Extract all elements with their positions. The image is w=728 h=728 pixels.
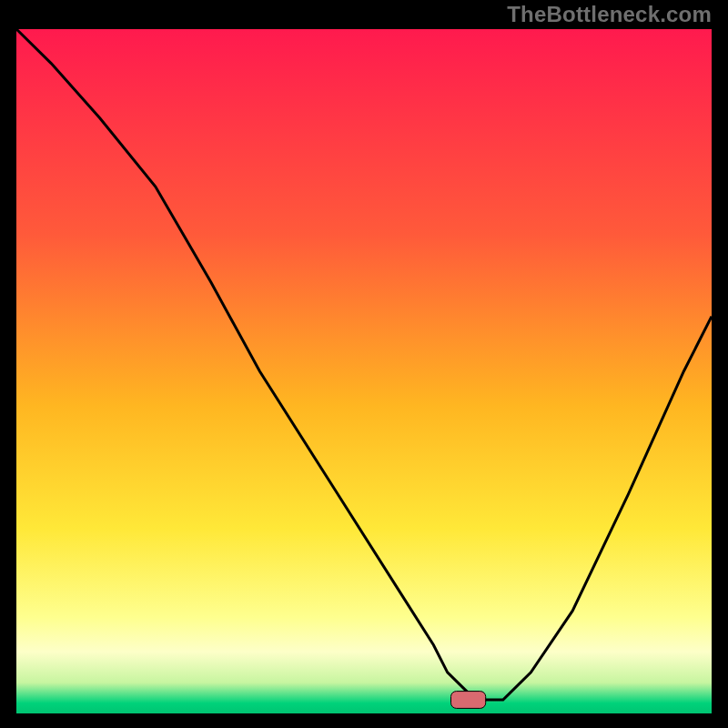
optimal-point-marker: [451, 692, 486, 709]
watermark-text: TheBottleneck.com: [507, 2, 712, 27]
gradient-background: [16, 29, 712, 713]
plot-area: [16, 29, 712, 713]
bottleneck-chart-svg: [16, 29, 712, 713]
chart-container: TheBottleneck.com: [0, 0, 728, 728]
